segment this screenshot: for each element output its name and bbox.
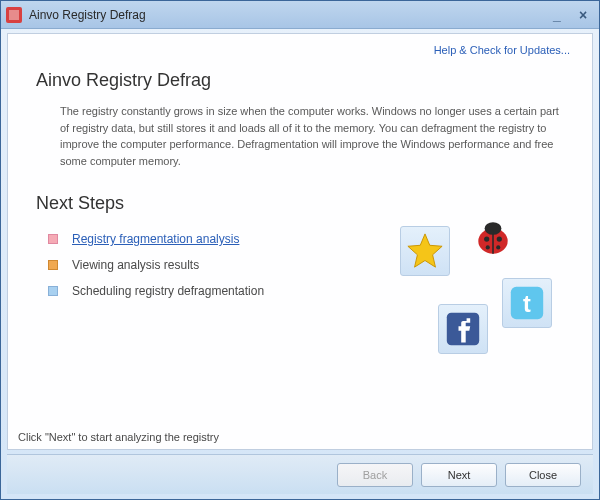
- svg-point-8: [496, 245, 500, 249]
- bullet-icon: [48, 234, 58, 244]
- svg-rect-1: [9, 10, 19, 20]
- step-viewing-label: Viewing analysis results: [72, 258, 199, 272]
- content-area: Help & Check for Updates... Ainvo Regist…: [7, 33, 593, 450]
- next-button[interactable]: Next: [421, 463, 497, 487]
- svg-point-6: [497, 236, 502, 241]
- ladybug-icon: [472, 218, 514, 260]
- svg-point-5: [484, 236, 489, 241]
- updates-link[interactable]: Help & Check for Updates...: [30, 44, 570, 56]
- ladybug-link[interactable]: [472, 218, 514, 264]
- svg-point-7: [486, 245, 490, 249]
- back-button: Back: [337, 463, 413, 487]
- close-window-button[interactable]: ×: [571, 6, 595, 24]
- step-scheduling: Scheduling registry defragmentation: [48, 284, 380, 298]
- close-button[interactable]: Close: [505, 463, 581, 487]
- social-icons-panel: t: [380, 232, 570, 372]
- page-title: Ainvo Registry Defrag: [36, 70, 570, 91]
- twitter-icon: t: [509, 285, 545, 321]
- app-icon: [5, 6, 23, 24]
- step-analysis-link[interactable]: Registry fragmentation analysis: [72, 232, 239, 246]
- bullet-icon: [48, 260, 58, 270]
- facebook-icon: [445, 311, 481, 347]
- bullet-icon: [48, 286, 58, 296]
- svg-text:t: t: [523, 291, 531, 317]
- step-scheduling-label: Scheduling registry defragmentation: [72, 284, 264, 298]
- description-text: The registry constantly grows in size wh…: [60, 103, 560, 169]
- app-window: Ainvo Registry Defrag _ × Help & Check f…: [0, 0, 600, 500]
- step-analysis: Registry fragmentation analysis: [48, 232, 380, 246]
- twitter-link[interactable]: t: [502, 278, 552, 328]
- titlebar: Ainvo Registry Defrag _ ×: [1, 1, 599, 29]
- window-title: Ainvo Registry Defrag: [29, 8, 146, 22]
- hint-text: Click "Next" to start analyzing the regi…: [18, 431, 570, 443]
- step-viewing: Viewing analysis results: [48, 258, 380, 272]
- star-icon: [406, 232, 444, 270]
- favorites-link[interactable]: [400, 226, 450, 276]
- facebook-link[interactable]: [438, 304, 488, 354]
- steps-title: Next Steps: [36, 193, 570, 214]
- steps-list: Registry fragmentation analysis Viewing …: [30, 232, 380, 372]
- minimize-button[interactable]: _: [545, 6, 569, 24]
- footer-bar: Back Next Close: [7, 454, 593, 494]
